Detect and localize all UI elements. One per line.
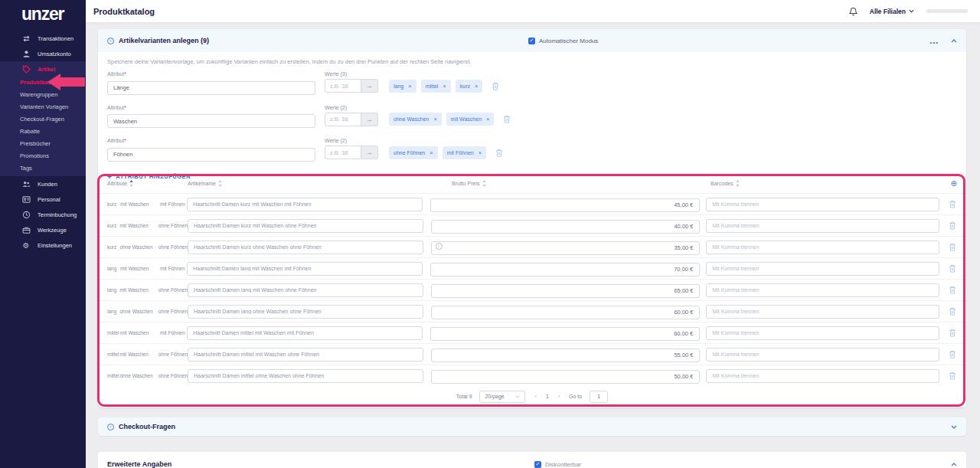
sidebar-item-varianten-vorlagen[interactable]: Varianten Vorlagen — [0, 101, 86, 113]
prev-page-button[interactable] — [533, 394, 537, 399]
trash-icon[interactable] — [949, 371, 956, 380]
add-value-arrow-button[interactable] — [361, 146, 378, 159]
artikelname-input[interactable] — [188, 283, 423, 297]
werte-input[interactable] — [325, 79, 361, 93]
expand-icon[interactable] — [951, 425, 957, 429]
remove-chip-icon[interactable] — [433, 116, 436, 123]
barcode-input[interactable] — [706, 219, 939, 233]
value-chip[interactable]: mit Waschen — [446, 113, 495, 126]
remove-chip-icon[interactable] — [443, 83, 446, 90]
sidebar-item-werkzeuge[interactable]: Werkzeuge — [0, 222, 86, 237]
price-input[interactable] — [431, 370, 701, 384]
artikelname-input[interactable] — [188, 241, 423, 254]
barcode-input[interactable] — [706, 348, 939, 362]
attribut-input[interactable] — [107, 148, 315, 162]
trash-icon[interactable] — [949, 264, 956, 273]
trash-icon[interactable] — [949, 329, 956, 337]
remove-chip-icon[interactable] — [479, 149, 482, 156]
add-row-icon[interactable] — [951, 180, 957, 188]
trash-icon[interactable] — [949, 200, 956, 208]
artikelname-input[interactable] — [187, 262, 423, 276]
branch-selector[interactable]: Alle Filialen — [870, 8, 914, 15]
collapse-icon[interactable] — [951, 463, 957, 466]
next-page-button[interactable] — [557, 394, 561, 399]
sidebar-item-tags[interactable]: Tags — [0, 162, 86, 175]
artikelname-input[interactable] — [188, 305, 423, 319]
artikelname-input[interactable] — [188, 219, 423, 233]
sidebar-item-einstellungen[interactable]: Einstellungen — [0, 237, 86, 253]
trash-icon[interactable] — [495, 149, 503, 157]
artikelname-input[interactable] — [187, 326, 423, 340]
barcode-input[interactable] — [706, 326, 939, 340]
werte-input[interactable] — [325, 113, 361, 126]
add-value-arrow-button[interactable] — [361, 113, 378, 126]
price-input[interactable] — [431, 241, 701, 255]
sidebar-item-produktkatalog[interactable]: Produktkatalog — [0, 77, 86, 89]
value-chip[interactable]: ohne Föhnen — [389, 146, 438, 159]
price-input[interactable] — [430, 198, 700, 212]
barcode-input[interactable] — [706, 283, 939, 297]
column-header-brutto-preis[interactable]: Brutto Preis — [433, 180, 704, 187]
current-page[interactable]: 1 — [546, 394, 549, 399]
trash-icon[interactable] — [949, 307, 956, 316]
value-chip[interactable]: mittel — [421, 80, 451, 93]
price-input[interactable] — [431, 220, 701, 234]
remove-chip-icon[interactable] — [430, 149, 433, 156]
attribut-input[interactable] — [107, 81, 315, 95]
price-input[interactable] — [430, 327, 700, 341]
bell-icon[interactable] — [849, 7, 858, 16]
sidebar-item-artikel[interactable]: Artikel — [0, 61, 86, 77]
value-chip[interactable]: kurz — [456, 80, 483, 93]
remove-chip-icon[interactable] — [408, 83, 411, 90]
table-row: langmit Waschenohne Föhnen — [98, 279, 966, 300]
more-options-icon[interactable] — [930, 34, 939, 47]
column-header-attribute[interactable]: Attribute — [107, 180, 188, 187]
value-chip[interactable]: lang — [389, 80, 416, 93]
trash-icon[interactable] — [492, 82, 499, 90]
remove-chip-icon[interactable] — [475, 83, 478, 90]
page-size-select[interactable]: 20/page — [479, 391, 525, 403]
sidebar-item-kunden[interactable]: Kunden — [0, 176, 86, 191]
goto-page-input[interactable] — [590, 391, 608, 403]
collapse-icon[interactable] — [951, 39, 957, 43]
trash-icon[interactable] — [949, 350, 956, 358]
barcode-input[interactable] — [706, 262, 939, 276]
auto-mode-checkbox[interactable] — [528, 38, 535, 44]
value-chip[interactable]: ohne Waschen — [389, 113, 442, 126]
artikelname-input[interactable] — [188, 369, 423, 383]
price-input[interactable] — [431, 349, 701, 362]
sidebar-item-promotions[interactable]: Promotions — [0, 150, 86, 162]
sidebar-item-umsatzkonto[interactable]: Umsatzkonto — [0, 46, 86, 61]
sidebar-item-checkout-fragen[interactable]: Checkout-Fragen — [0, 113, 86, 126]
barcode-input[interactable] — [706, 198, 939, 211]
price-input[interactable] — [431, 306, 701, 319]
sidebar-item-rabatte[interactable]: Rabatte — [0, 126, 86, 138]
sidebar-item-warengruppen[interactable]: Warengruppen — [0, 89, 86, 101]
column-header-barcodes[interactable]: Barcodes — [710, 180, 946, 187]
price-input[interactable] — [430, 263, 700, 277]
sidebar-item-preisbuecher[interactable]: Preisbücher — [0, 138, 86, 150]
trash-icon[interactable] — [949, 243, 956, 251]
attribut-label: Attribut — [107, 105, 124, 110]
artikelname-input[interactable] — [187, 198, 423, 211]
value-chip[interactable]: mit Föhnen — [443, 146, 486, 159]
tag-icon — [21, 65, 31, 74]
werte-input[interactable] — [325, 146, 361, 159]
barcode-input[interactable] — [706, 369, 939, 383]
diskontierbar-checkbox[interactable] — [534, 461, 541, 468]
clock-icon — [21, 211, 31, 219]
barcode-input[interactable] — [706, 241, 939, 254]
column-header-artikelname[interactable]: Artikelname — [188, 180, 425, 187]
price-input[interactable] — [431, 284, 701, 298]
trash-icon[interactable] — [949, 221, 956, 230]
barcode-input[interactable] — [706, 305, 939, 319]
artikelname-input[interactable] — [188, 348, 423, 362]
trash-icon[interactable] — [949, 286, 956, 294]
add-value-arrow-button[interactable] — [361, 79, 378, 93]
trash-icon[interactable] — [503, 115, 511, 123]
remove-chip-icon[interactable] — [486, 116, 489, 123]
sidebar-item-personal[interactable]: Personal — [0, 191, 86, 207]
sidebar-item-transaktionen[interactable]: Transaktionen — [0, 31, 86, 46]
attribut-input[interactable] — [107, 114, 315, 128]
sidebar-item-terminbuchung[interactable]: Terminbuchung — [0, 207, 86, 222]
